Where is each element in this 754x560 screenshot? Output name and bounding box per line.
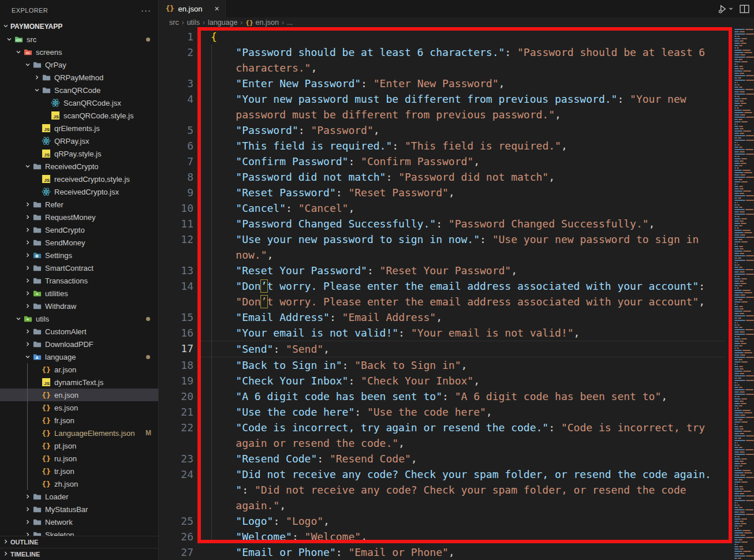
line-number[interactable]: 11	[159, 216, 198, 232]
chevron-right-icon[interactable]	[23, 518, 32, 525]
line-number[interactable]: 19	[159, 373, 198, 389]
chevron-right-icon[interactable]	[23, 531, 32, 536]
line-content[interactable]: "Reset Your Password": "Reset Your Passw…	[198, 263, 725, 278]
line-content[interactable]: "Check Your Inbox": "Check Your Inbox",	[198, 373, 725, 389]
tree-item-scanqrcode[interactable]: ScanQRCode	[0, 84, 158, 96]
tree-item-settings[interactable]: ⚙Settings	[0, 249, 158, 262]
tree-item-qrpaymethod[interactable]: QRPayMethod	[0, 71, 158, 84]
line-content[interactable]: "Confirm Password": "Confirm Password",	[198, 154, 725, 169]
chevron-right-icon[interactable]	[23, 277, 32, 284]
line-number[interactable]: 8	[159, 169, 198, 185]
line-content[interactable]: "Did not receive any code? Check your sp…	[198, 466, 725, 513]
chevron-right-icon[interactable]	[23, 252, 32, 259]
chevron-right-icon[interactable]	[23, 214, 32, 221]
line-content[interactable]: "A 6 digit code has been sent to": "A 6 …	[198, 389, 725, 404]
tree-item-qrpay[interactable]: QrPay	[0, 58, 158, 71]
tree-item-receivedcrypto-style-js[interactable]: JSreceivedCrypto,style.js	[0, 173, 158, 185]
line-number[interactable]: 23	[159, 451, 198, 466]
line-content[interactable]: "Your email is not valid!": "Your email …	[198, 325, 725, 341]
code-line-15[interactable]: 15"Email Address": "Email Address",	[159, 309, 725, 325]
chevron-down-icon[interactable]	[23, 163, 32, 170]
tree-item-customalert[interactable]: CustomAlert	[0, 325, 158, 338]
workspace-root[interactable]: PAYMONEYAPP	[0, 20, 158, 33]
code-line-27[interactable]: 27"Email or Phone": "Email or Phone",	[159, 544, 725, 560]
code-line-7[interactable]: 7"Confirm Password": "Confirm Password",	[159, 154, 725, 169]
tree-item-withdraw[interactable]: Withdraw	[0, 300, 158, 312]
tree-item-receivedcrypto-jsx[interactable]: ReceivedCrypto.jsx	[0, 185, 158, 198]
close-tab-icon[interactable]: ×	[214, 4, 219, 13]
code-line-26[interactable]: 26"Welcome": "Welcome",	[159, 529, 725, 544]
more-actions-icon[interactable]: ···	[141, 5, 151, 15]
line-content[interactable]: "Use the code here": "Use the code here"…	[198, 404, 725, 420]
line-content[interactable]: {	[198, 29, 725, 44]
tree-item-tr-json[interactable]: {}tr.json	[0, 465, 158, 477]
tree-item-downloadpdf[interactable]: DownloadPDF	[0, 338, 158, 350]
tree-item-transactions[interactable]: Transactions	[0, 274, 158, 287]
tree-item-pt-json[interactable]: {}pt.json	[0, 439, 158, 452]
code-editor[interactable]: 1{2"Password should be at least 6 charac…	[159, 28, 754, 560]
line-number[interactable]: 6	[159, 138, 198, 154]
line-number[interactable]: 9	[159, 185, 198, 200]
line-number[interactable]: 7	[159, 154, 198, 169]
tree-item-en-json[interactable]: {}en.json	[0, 389, 158, 401]
line-number[interactable]: 4	[159, 91, 198, 122]
tree-item-qrpay-jsx[interactable]: QRPay.jsx	[0, 135, 158, 147]
tree-item-utils[interactable]: +utils	[0, 312, 158, 325]
tab-en-json[interactable]: {} en.json ×	[159, 0, 226, 17]
line-content[interactable]: "Email Address": "Email Address",	[198, 309, 725, 325]
line-content[interactable]: "Password Changed Successfully.": "Passw…	[198, 216, 725, 232]
code-line-2[interactable]: 2"Password should be at least 6 characte…	[159, 44, 725, 76]
line-number[interactable]: 5	[159, 122, 198, 138]
tree-item-loader[interactable]: Loader	[0, 490, 158, 503]
tree-item-sendcrypto[interactable]: SendCrypto	[0, 223, 158, 236]
chevron-right-icon[interactable]	[23, 341, 32, 348]
line-content[interactable]: "Password": "Password",	[198, 122, 725, 138]
line-content[interactable]: "This field is required.": "This field i…	[198, 138, 725, 154]
tree-item-fr-json[interactable]: {}fr.json	[0, 414, 158, 427]
line-number[interactable]: 1	[159, 29, 198, 44]
breadcrumb-item-language[interactable]: language	[208, 18, 237, 27]
chevron-down-icon[interactable]	[14, 315, 23, 322]
line-number[interactable]: 25	[159, 513, 198, 529]
line-content[interactable]: "Password did not match": "Password did …	[198, 169, 725, 185]
line-number[interactable]: 15	[159, 309, 198, 325]
code-line-14[interactable]: 14"Don’t worry. Please enter the email a…	[159, 278, 725, 309]
panel-outline[interactable]: OUTLINE	[0, 536, 158, 548]
code-line-8[interactable]: 8"Password did not match": "Password did…	[159, 169, 725, 185]
tree-item-languageelements-json[interactable]: {}LanguageElements.jsonM	[0, 427, 158, 439]
line-number[interactable]: 27	[159, 544, 198, 560]
line-number[interactable]: 22	[159, 420, 198, 451]
split-editor-icon[interactable]	[740, 4, 749, 14]
tree-item-network[interactable]: Network	[0, 516, 158, 528]
line-content[interactable]: "Enter New Password": "Enter New Passwor…	[198, 76, 725, 91]
code-line-9[interactable]: 9"Reset Password": "Reset Password",	[159, 185, 725, 200]
tree-item-refer[interactable]: Refer	[0, 198, 158, 211]
tree-item-qrpay-style-js[interactable]: JSqRPay.style.js	[0, 147, 158, 160]
tree-item-qrelements-js[interactable]: JSqrElements.js	[0, 122, 158, 135]
tree-item-ru-json[interactable]: {}ru.json	[0, 452, 158, 465]
line-content[interactable]: "Welcome": "Welcome",	[198, 529, 725, 544]
line-content[interactable]: "Email or Phone": "Email or Phone",	[198, 544, 725, 560]
chevron-right-icon[interactable]	[23, 328, 32, 335]
code-area[interactable]: 1{2"Password should be at least 6 charac…	[159, 28, 725, 560]
tree-item-receivedcrypto[interactable]: ReceivedCrypto	[0, 160, 158, 173]
line-content[interactable]: "Password should be at least 6 character…	[198, 44, 725, 76]
code-line-3[interactable]: 3"Enter New Password": "Enter New Passwo…	[159, 76, 725, 91]
line-content[interactable]: "Don’t worry. Please enter the email add…	[198, 278, 725, 309]
line-number[interactable]: 24	[159, 466, 198, 513]
tree-item-scanqrcode-style-js[interactable]: JSscanQRCode.style.js	[0, 109, 158, 122]
chevron-right-icon[interactable]	[23, 303, 32, 309]
code-line-17[interactable]: 17"Send": "Send",	[159, 341, 725, 357]
tree-item-sendmoney[interactable]: SendMoney	[0, 236, 158, 249]
chevron-down-icon[interactable]	[32, 87, 42, 94]
tree-item-mystatusbar[interactable]: MyStatusBar	[0, 503, 158, 516]
code-line-10[interactable]: 10"Cancel": "Cancel",	[159, 200, 725, 216]
panel-timeline[interactable]: TIMELINE	[0, 548, 158, 560]
tree-item-es-json[interactable]: {}es.json	[0, 401, 158, 414]
line-content[interactable]: "Use your new password to sign in now.":…	[198, 232, 725, 263]
code-line-13[interactable]: 13"Reset Your Password": "Reset Your Pas…	[159, 263, 725, 278]
chevron-right-icon[interactable]	[32, 74, 42, 81]
line-number[interactable]: 17	[159, 341, 198, 357]
code-line-24[interactable]: 24"Did not receive any code? Check your …	[159, 466, 725, 513]
line-number[interactable]: 18	[159, 357, 198, 373]
